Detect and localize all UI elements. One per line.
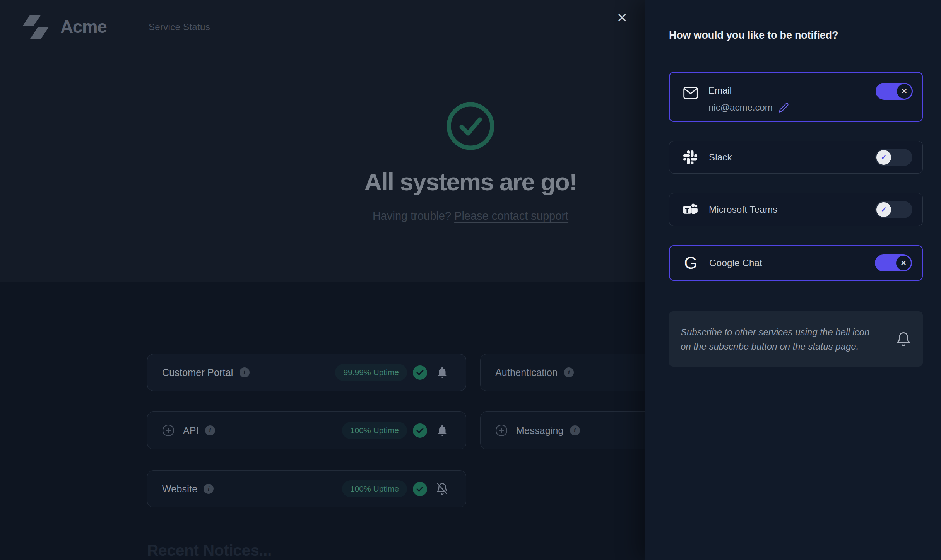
panel-note-text: Subscribe to other services using the be… (681, 325, 878, 353)
channel-label: Slack (709, 152, 732, 163)
service-label: Website (162, 483, 197, 495)
bell-subscribed-icon[interactable] (436, 366, 449, 379)
uptime-badge: 100% Uptime (342, 422, 407, 439)
status-ok-icon (413, 482, 427, 496)
status-ok-icon (413, 365, 427, 380)
slack-icon (683, 150, 698, 165)
toggle-knob-check-icon[interactable]: ✓ (876, 202, 891, 217)
toggle-knob-cross-icon[interactable]: ✕ (897, 84, 912, 99)
teams-toggle[interactable]: ✓ (875, 201, 912, 218)
email-toggle[interactable]: ✕ (876, 83, 913, 100)
info-icon[interactable]: i (564, 367, 574, 377)
email-icon (683, 85, 698, 101)
service-label: Authentication (495, 367, 558, 378)
service-card-api[interactable]: API i 100% Uptime (147, 411, 466, 449)
info-icon[interactable]: i (204, 484, 214, 494)
expand-plus-icon[interactable] (162, 424, 175, 437)
edit-pencil-icon[interactable] (778, 102, 789, 113)
google-chat-toggle[interactable]: ✕ (875, 254, 912, 271)
contact-support-link[interactable]: Please contact support (454, 210, 568, 222)
notification-panel: How would you like to be notified? Email… (645, 0, 941, 560)
info-icon[interactable]: i (205, 425, 215, 435)
channel-card-google-chat[interactable]: G Google Chat ✕ (669, 245, 923, 281)
service-label: API (183, 425, 199, 436)
service-card-customer-portal[interactable]: Customer Portal i 99.99% Uptime (147, 354, 466, 391)
channel-card-email[interactable]: Email nic@acme.com ✕ (669, 72, 923, 122)
panel-note: Subscribe to other services using the be… (669, 311, 923, 367)
toggle-knob-check-icon[interactable]: ✓ (876, 150, 891, 165)
channel-label: Email (708, 85, 732, 96)
bell-icon (896, 331, 911, 347)
channel-label: Google Chat (709, 258, 762, 268)
status-ok-icon (413, 423, 427, 438)
channel-card-teams[interactable]: Microsoft Teams ✓ (669, 193, 923, 226)
service-label: Customer Portal (162, 367, 233, 378)
brand: Acme (19, 14, 106, 39)
page-subtitle: Service Status (149, 22, 210, 32)
info-icon[interactable]: i (570, 425, 580, 435)
recent-notices-title: Recent Notices... (147, 541, 272, 560)
channel-card-slack[interactable]: Slack ✓ (669, 141, 923, 174)
toggle-knob-cross-icon[interactable]: ✕ (896, 256, 911, 270)
bell-muted-icon[interactable] (436, 482, 449, 495)
microsoft-teams-icon (683, 202, 698, 217)
expand-plus-icon[interactable] (495, 424, 508, 437)
google-chat-icon: G (683, 255, 698, 271)
acme-logo-icon (19, 14, 52, 39)
slack-toggle[interactable]: ✓ (875, 149, 912, 166)
trouble-text: Having trouble? (373, 210, 454, 222)
uptime-badge: 100% Uptime (342, 480, 407, 497)
brand-name: Acme (60, 16, 106, 37)
uptime-badge: 99.99% Uptime (335, 364, 407, 381)
service-label: Messaging (516, 425, 564, 436)
email-address: nic@acme.com (708, 102, 773, 113)
channel-label: Microsoft Teams (709, 204, 777, 215)
panel-title: How would you like to be notified? (669, 29, 838, 41)
info-icon[interactable]: i (240, 367, 250, 377)
all-systems-check-icon (446, 101, 495, 151)
service-card-website[interactable]: Website i 100% Uptime (147, 470, 466, 507)
bell-subscribed-icon[interactable] (436, 424, 449, 437)
close-icon[interactable]: ✕ (614, 9, 631, 26)
